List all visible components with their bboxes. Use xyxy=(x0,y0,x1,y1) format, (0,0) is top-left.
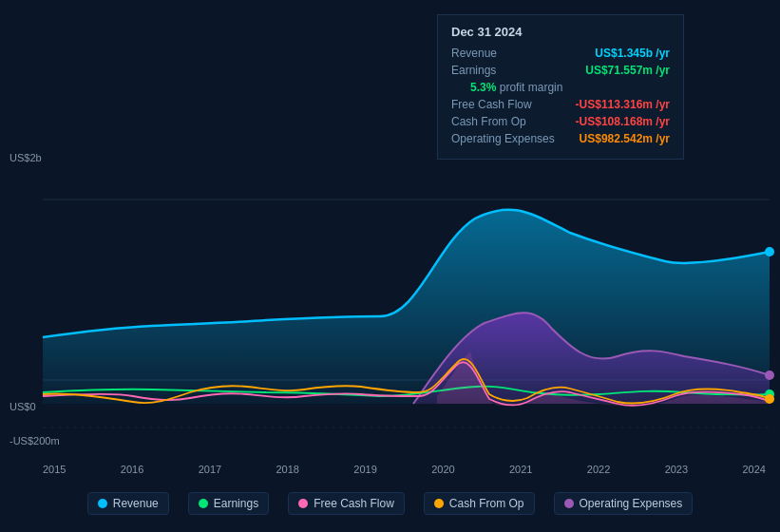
cfo-row: Cash From Op -US$108.168m /yr xyxy=(451,115,670,128)
earnings-dot xyxy=(199,499,208,508)
legend: Revenue Earnings Free Cash Flow Cash Fro… xyxy=(0,492,780,515)
earnings-label: Earnings xyxy=(451,64,496,77)
legend-opex[interactable]: Operating Expenses xyxy=(554,492,694,515)
x-label-2020: 2020 xyxy=(431,464,454,475)
x-axis: 2015 2016 2017 2018 2019 2020 2021 2022 … xyxy=(43,464,766,475)
fcf-value: -US$113.316m /yr xyxy=(576,98,670,111)
x-label-2018: 2018 xyxy=(276,464,298,475)
opex-dot xyxy=(564,499,574,508)
revenue-row: Revenue US$1.345b /yr xyxy=(451,47,670,60)
x-label-2022: 2022 xyxy=(587,464,610,475)
x-label-2017: 2017 xyxy=(199,464,221,475)
earnings-row: Earnings US$71.557m /yr xyxy=(451,64,670,77)
cfo-label: Cash From Op xyxy=(451,115,526,128)
revenue-dot xyxy=(98,499,107,508)
legend-earnings[interactable]: Earnings xyxy=(188,492,269,515)
legend-revenue[interactable]: Revenue xyxy=(87,492,169,515)
x-label-2024: 2024 xyxy=(742,464,765,475)
revenue-legend-label: Revenue xyxy=(113,497,159,510)
revenue-label: Revenue xyxy=(451,47,497,60)
svg-point-4 xyxy=(765,370,774,380)
svg-point-3 xyxy=(765,247,774,256)
earnings-legend-label: Earnings xyxy=(214,497,258,510)
margin-value: 5.3% xyxy=(470,81,496,94)
legend-cfo[interactable]: Cash From Op xyxy=(424,492,535,515)
margin-row: 5.3% profit margin xyxy=(451,81,670,94)
x-label-2023: 2023 xyxy=(665,464,688,475)
fcf-dot xyxy=(298,499,308,508)
fcf-label: Free Cash Flow xyxy=(451,98,532,111)
legend-fcf[interactable]: Free Cash Flow xyxy=(288,492,405,515)
cfo-value: -US$108.168m /yr xyxy=(576,115,670,128)
tooltip: Dec 31 2024 Revenue US$1.345b /yr Earnin… xyxy=(437,14,684,160)
revenue-value: US$1.345b /yr xyxy=(595,47,670,60)
x-label-2015: 2015 xyxy=(43,464,66,475)
opex-label: Operating Expenses xyxy=(451,132,555,145)
fcf-legend-label: Free Cash Flow xyxy=(314,497,394,510)
opex-legend-label: Operating Expenses xyxy=(580,497,683,510)
x-label-2016: 2016 xyxy=(121,464,143,475)
x-label-2021: 2021 xyxy=(509,464,532,475)
cfo-legend-label: Cash From Op xyxy=(449,497,524,510)
chart-container: Dec 31 2024 Revenue US$1.345b /yr Earnin… xyxy=(0,0,780,532)
chart-svg xyxy=(0,138,780,475)
opex-row: Operating Expenses US$982.542m /yr xyxy=(451,132,670,145)
opex-value: US$982.542m /yr xyxy=(580,132,670,145)
x-label-2019: 2019 xyxy=(353,464,376,475)
tooltip-date: Dec 31 2024 xyxy=(451,25,670,39)
earnings-value: US$71.557m /yr xyxy=(585,64,670,77)
fcf-row: Free Cash Flow -US$113.316m /yr xyxy=(451,98,670,111)
cfo-dot xyxy=(434,499,444,508)
svg-point-6 xyxy=(765,394,774,404)
